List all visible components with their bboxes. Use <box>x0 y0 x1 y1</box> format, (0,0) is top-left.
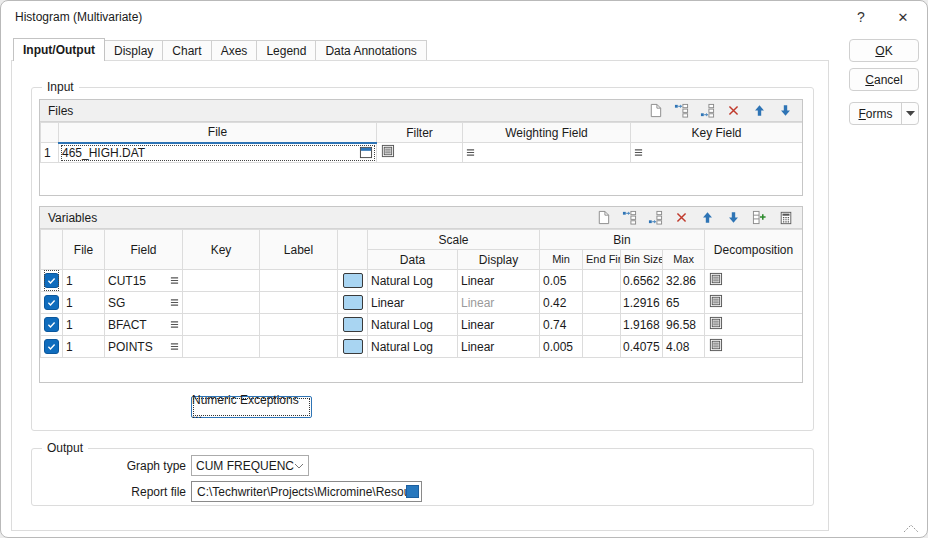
end-first-cell[interactable] <box>583 336 621 358</box>
field-cell[interactable]: SG <box>105 292 183 314</box>
new-row-button[interactable] <box>595 209 612 226</box>
tab-legend[interactable]: Legend <box>256 40 316 61</box>
file-number-cell[interactable]: 1 <box>63 292 105 314</box>
resize-grip[interactable] <box>901 522 921 533</box>
key-cell[interactable] <box>183 336 260 358</box>
field-cell[interactable]: CUT15 <box>105 270 183 292</box>
display-column-header: Display <box>458 250 540 270</box>
label-cell[interactable] <box>260 314 338 336</box>
decomposition-column-header: Decomposition <box>705 230 803 270</box>
field-cell[interactable]: POINTS <box>105 336 183 358</box>
file-number-cell[interactable]: 1 <box>63 314 105 336</box>
color-swatch[interactable] <box>343 317 363 332</box>
field-cell[interactable]: BFACT <box>105 314 183 336</box>
insert-row-above-button[interactable] <box>673 102 690 119</box>
tab-input-output[interactable]: Input/Output <box>13 38 105 61</box>
field-picker-icon[interactable] <box>170 298 179 307</box>
filter-cell[interactable] <box>377 143 463 163</box>
insert-row-above-button[interactable] <box>621 209 638 226</box>
bin-size-cell[interactable]: 0.4075 <box>621 336 663 358</box>
scale-data-cell[interactable]: Linear <box>368 292 458 314</box>
row-enabled-checkbox[interactable] <box>44 295 59 310</box>
move-row-up-button[interactable] <box>751 102 768 119</box>
delete-row-button[interactable] <box>673 209 690 226</box>
decomposition-list-icon <box>708 272 723 286</box>
bin-group-header: Bin <box>540 230 705 250</box>
report-file-input[interactable]: C:\Techwriter\Projects\Micromine\Resourc… <box>191 481 422 502</box>
tab-label: Legend <box>266 44 306 58</box>
color-swatch[interactable] <box>343 295 363 310</box>
scale-data-cell[interactable]: Natural Log <box>368 314 458 336</box>
scale-data-cell[interactable]: Natural Log <box>368 336 458 358</box>
decomposition-cell[interactable] <box>705 292 803 314</box>
graph-type-combobox[interactable]: CUM FREQUENCY <box>191 455 309 476</box>
key-column-header: Key <box>183 230 260 270</box>
file-picker-icon[interactable] <box>359 146 373 159</box>
decomposition-cell[interactable] <box>705 270 803 292</box>
weighting-field-cell[interactable] <box>463 143 631 163</box>
tab-chart[interactable]: Chart <box>162 40 211 61</box>
max-cell[interactable]: 32.86 <box>663 270 705 292</box>
forms-button[interactable]: Forms <box>850 103 901 124</box>
field-picker-icon[interactable] <box>170 276 179 285</box>
field-picker-icon[interactable] <box>170 342 179 351</box>
file-name-cell[interactable]: 465_HIGH.DAT <box>59 143 377 163</box>
max-cell[interactable]: 65 <box>663 292 705 314</box>
tab-axes[interactable]: Axes <box>211 40 258 61</box>
max-cell[interactable]: 4.08 <box>663 336 705 358</box>
insert-row-below-button[interactable] <box>699 102 716 119</box>
delete-row-button[interactable] <box>725 102 742 119</box>
min-cell[interactable]: 0.005 <box>540 336 583 358</box>
help-button[interactable]: ? <box>841 1 881 33</box>
key-cell[interactable] <box>183 314 260 336</box>
min-cell[interactable]: 0.42 <box>540 292 583 314</box>
bin-size-cell[interactable]: 1.2916 <box>621 292 663 314</box>
max-cell[interactable]: 96.58 <box>663 314 705 336</box>
color-swatch[interactable] <box>343 339 363 354</box>
new-row-button[interactable] <box>647 102 664 119</box>
calculator-button[interactable] <box>777 209 794 226</box>
scale-display-cell[interactable]: Linear <box>458 314 540 336</box>
label-cell[interactable] <box>260 336 338 358</box>
key-cell[interactable] <box>183 292 260 314</box>
decomposition-cell[interactable] <box>705 336 803 358</box>
insert-row-below-button[interactable] <box>647 209 664 226</box>
file-browse-button[interactable] <box>406 485 419 498</box>
numeric-exceptions-button[interactable]: Numeric Exceptions ... <box>191 396 312 418</box>
row-enabled-checkbox[interactable] <box>44 339 59 354</box>
label-cell[interactable] <box>260 292 338 314</box>
key-cell[interactable] <box>183 270 260 292</box>
files-panel: Files File Filter Weighting Field Key Fi… <box>39 99 803 196</box>
min-cell[interactable]: 0.74 <box>540 314 583 336</box>
move-row-down-button[interactable] <box>725 209 742 226</box>
move-row-down-button[interactable] <box>777 102 794 119</box>
filter-column-header: Filter <box>377 123 463 143</box>
file-number-cell[interactable]: 1 <box>63 336 105 358</box>
min-cell[interactable]: 0.05 <box>540 270 583 292</box>
decomposition-cell[interactable] <box>705 314 803 336</box>
tab-data-annotations[interactable]: Data Annotations <box>315 40 426 61</box>
scale-data-cell[interactable]: Natural Log <box>368 270 458 292</box>
end-first-cell[interactable] <box>583 270 621 292</box>
bin-size-cell[interactable]: 0.6562 <box>621 270 663 292</box>
color-swatch[interactable] <box>343 273 363 288</box>
move-row-up-button[interactable] <box>699 209 716 226</box>
bin-size-cell[interactable]: 1.9168 <box>621 314 663 336</box>
end-first-cell[interactable] <box>583 314 621 336</box>
label-cell[interactable] <box>260 270 338 292</box>
forms-dropdown-button[interactable] <box>901 103 918 124</box>
add-column-button[interactable] <box>751 209 768 226</box>
row-enabled-checkbox[interactable] <box>44 273 59 288</box>
cancel-button[interactable]: Cancel <box>849 68 919 91</box>
color-cell <box>338 270 368 292</box>
scale-display-cell[interactable]: Linear <box>458 270 540 292</box>
scale-display-cell[interactable]: Linear <box>458 336 540 358</box>
ok-button[interactable]: OK <box>849 39 919 62</box>
tab-display[interactable]: Display <box>104 40 163 61</box>
field-picker-icon[interactable] <box>170 320 179 329</box>
end-first-cell[interactable] <box>583 292 621 314</box>
row-enabled-checkbox[interactable] <box>44 317 59 332</box>
close-button[interactable]: ✕ <box>883 1 923 33</box>
file-number-cell[interactable]: 1 <box>63 270 105 292</box>
key-field-cell[interactable] <box>631 143 803 163</box>
